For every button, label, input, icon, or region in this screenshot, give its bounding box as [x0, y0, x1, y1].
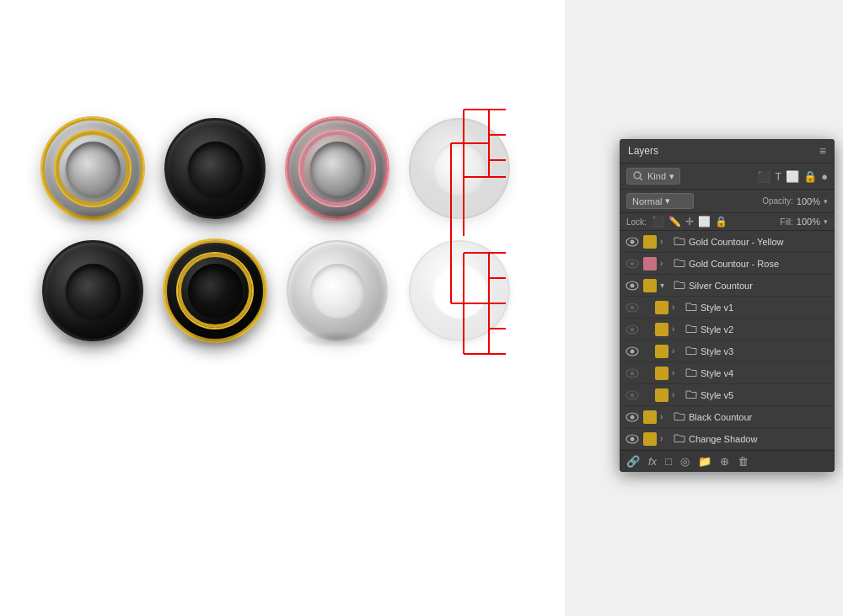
layer-row-style-v2[interactable]: ›Style v2 — [620, 319, 835, 340]
lock-artboard-icon[interactable]: ⬜ — [698, 216, 711, 228]
ring-black-dark[interactable] — [164, 118, 266, 219]
eye-icon-gold-rose[interactable] — [625, 256, 640, 271]
color-swatch-style-v5 — [655, 388, 668, 402]
eye-icon-style-v3[interactable] — [625, 344, 640, 359]
layers-list: ›Gold Countour - Yellow›Gold Countour - … — [620, 231, 835, 450]
layers-panel-title: Layers — [628, 145, 658, 157]
layer-row-silver-countour[interactable]: ▾Silver Countour — [620, 275, 835, 297]
fill-value[interactable]: 100% — [797, 217, 820, 227]
opacity-label: Opacity: — [762, 196, 793, 206]
filter-selected-icon[interactable]: ● — [821, 170, 828, 183]
bracket-lines — [447, 93, 615, 379]
ring-silver-light[interactable] — [287, 240, 388, 341]
expand-arrow-gold-rose[interactable]: › — [660, 259, 670, 268]
opacity-value[interactable]: 100% — [797, 196, 820, 206]
folder-icon-black-countour — [674, 410, 685, 423]
expand-arrow-gold-yellow[interactable]: › — [660, 237, 670, 246]
expand-arrow-style-v5[interactable]: › — [672, 390, 682, 399]
ring-black-gold-shape — [164, 240, 266, 341]
expand-arrow-style-v4[interactable]: › — [672, 368, 682, 378]
lock-icons-group: ⬛ ✏️ ✛ ⬜ 🔒 — [652, 216, 728, 228]
expand-arrow-style-v1[interactable]: › — [672, 303, 682, 312]
folder-icon-gold-rose — [674, 257, 685, 270]
ring-silver-light-shape — [287, 240, 388, 341]
folder-icon-gold-yellow — [674, 235, 685, 248]
ring-gold-rose[interactable] — [287, 118, 388, 219]
svg-line-24 — [640, 178, 642, 180]
layer-name-change-shadow: Change Shadow — [689, 434, 830, 444]
layers-menu-icon[interactable]: ≡ — [819, 144, 826, 158]
ring-black-gold[interactable] — [164, 240, 266, 341]
mask-icon[interactable]: □ — [665, 455, 672, 468]
folder-icon-style-v4 — [685, 367, 697, 379]
eye-icon-gold-yellow[interactable] — [625, 234, 640, 249]
layer-row-change-shadow[interactable]: ›Change Shadow — [620, 428, 835, 450]
svg-point-38 — [631, 371, 635, 375]
color-swatch-gold-yellow — [643, 235, 657, 249]
lock-draw-icon[interactable]: ✏️ — [668, 216, 681, 228]
eye-icon-change-shadow[interactable] — [625, 431, 640, 447]
lock-label: Lock: — [626, 217, 647, 227]
new-group-icon[interactable]: 📁 — [698, 455, 711, 468]
opacity-arrow[interactable]: ▾ — [824, 197, 828, 206]
svg-point-44 — [631, 437, 635, 441]
expand-arrow-black-countour[interactable]: › — [660, 412, 670, 421]
layer-row-style-v4[interactable]: ›Style v4 — [620, 362, 835, 384]
layer-row-style-v3[interactable]: ›Style v3 — [620, 340, 835, 362]
fill-label: Fill: — [780, 217, 793, 227]
layer-name-black-countour: Black Countour — [689, 412, 830, 422]
expand-arrow-style-v3[interactable]: › — [672, 346, 682, 356]
blend-opacity-bar: Normal ▾ Opacity: 100% ▾ — [620, 190, 835, 213]
ring-gold-rose-shape — [287, 118, 388, 219]
filter-type-icon[interactable]: T — [775, 170, 781, 183]
layer-row-style-v5[interactable]: ›Style v5 — [620, 384, 835, 406]
link-icon[interactable]: 🔗 — [626, 455, 640, 468]
layer-row-black-countour[interactable]: ›Black Countour — [620, 406, 835, 428]
lock-pixel-icon[interactable]: ⬛ — [652, 216, 664, 228]
ring-gold-yellow[interactable] — [42, 118, 143, 219]
folder-icon-change-shadow — [674, 432, 685, 445]
delete-icon[interactable]: 🗑 — [738, 455, 749, 468]
expand-arrow-style-v2[interactable]: › — [672, 324, 682, 334]
adjustment-icon[interactable]: ◎ — [680, 455, 690, 468]
eye-icon-silver-countour[interactable] — [625, 278, 640, 293]
layer-name-gold-rose: Gold Countour - Rose — [689, 259, 830, 269]
eye-icon-black-countour[interactable] — [625, 410, 640, 425]
layer-row-style-v1[interactable]: ›Style v1 — [620, 297, 835, 319]
svg-point-26 — [631, 239, 635, 244]
filter-pixel-icon[interactable]: ⬛ — [757, 170, 771, 183]
search-kind-dropdown[interactable]: Kind ▾ — [626, 168, 680, 185]
folder-icon-style-v1 — [685, 301, 697, 313]
search-icon — [632, 170, 644, 182]
layers-panel: Layers ≡ Kind ▾ ⬛ T ⬜ 🔒 ● Normal ▾ Opaci… — [620, 139, 835, 472]
opacity-control: Opacity: 100% ▾ — [762, 196, 828, 206]
layer-row-gold-yellow[interactable]: ›Gold Countour - Yellow — [620, 231, 835, 253]
color-swatch-gold-rose — [643, 257, 657, 271]
expand-arrow-change-shadow[interactable]: › — [660, 434, 670, 443]
svg-point-28 — [631, 261, 635, 265]
lock-all-icon[interactable]: 🔒 — [715, 216, 728, 228]
svg-point-32 — [631, 305, 635, 309]
eye-icon-style-v2[interactable] — [625, 322, 640, 337]
layer-name-style-v1: Style v1 — [701, 303, 830, 313]
blend-mode-dropdown[interactable]: Normal ▾ — [626, 193, 694, 209]
svg-point-34 — [631, 327, 635, 331]
lock-move-icon[interactable]: ✛ — [685, 216, 694, 228]
fx-icon[interactable]: fx — [648, 455, 657, 468]
filter-shape-icon[interactable]: ⬜ — [786, 170, 799, 183]
svg-point-40 — [631, 393, 635, 397]
expand-arrow-silver-countour[interactable]: ▾ — [660, 281, 670, 290]
folder-icon-silver-countour — [674, 279, 685, 292]
fill-control: Fill: 100% ▾ — [780, 217, 828, 227]
eye-icon-style-v4[interactable] — [625, 366, 640, 381]
color-swatch-change-shadow — [643, 432, 657, 446]
svg-point-23 — [634, 172, 641, 179]
eye-icon-style-v5[interactable] — [625, 388, 640, 403]
color-swatch-black-countour — [643, 410, 657, 424]
filter-smartobj-icon[interactable]: 🔒 — [803, 170, 817, 183]
ring-black[interactable] — [42, 240, 143, 341]
new-layer-icon[interactable]: ⊕ — [720, 455, 729, 468]
fill-arrow[interactable]: ▾ — [824, 217, 828, 226]
eye-icon-style-v1[interactable] — [625, 300, 640, 315]
layer-row-gold-rose[interactable]: ›Gold Countour - Rose — [620, 253, 835, 275]
